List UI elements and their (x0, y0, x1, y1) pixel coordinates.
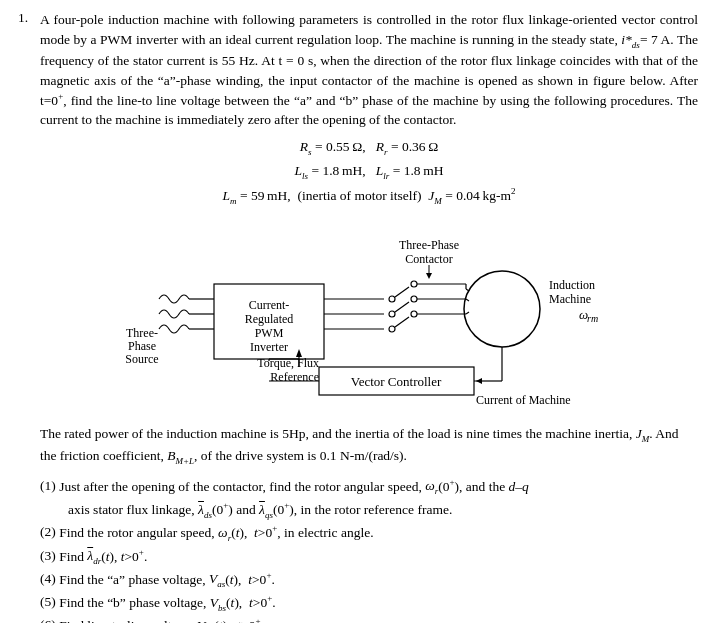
svg-point-26 (389, 326, 395, 332)
problem-text: A four-pole induction machine with follo… (40, 10, 698, 623)
equations-block: Rs = 0.55 Ω, Rr = 0.36 Ω Lls = 1.8 mH, L… (40, 136, 698, 208)
sub-item-4: (4) Find the “a” phase voltage, Vas(t), … (40, 569, 698, 591)
sub-item-3-text: Find λdr(t), t>0+. (59, 546, 698, 568)
sub-item-1-text: Just after the opening of the contactor,… (59, 476, 698, 498)
svg-text:Three-: Three- (126, 326, 158, 340)
svg-text:Current of Machine: Current of Machine (476, 393, 571, 407)
svg-text:Reference: Reference (270, 370, 319, 384)
svg-line-27 (395, 317, 409, 327)
sub-item-3: (3) Find λdr(t), t>0+. (40, 546, 698, 568)
eq2: Lls = 1.8 mH, Llr = 1.8 mH (40, 160, 698, 184)
svg-point-30 (464, 271, 540, 347)
problem-container: 1. A four-pole induction machine with fo… (18, 10, 698, 623)
sub-item-1: (1) Just after the opening of the contac… (40, 476, 698, 498)
sub-item-6-label: (6) (40, 615, 59, 623)
sub-item-1-continued: axis stator flux linkage, λds(0+) and λq… (40, 499, 698, 521)
svg-marker-55 (476, 378, 482, 384)
svg-point-28 (411, 311, 417, 317)
svg-text:rm: rm (587, 313, 598, 324)
problem-number: 1. (18, 10, 36, 26)
svg-line-35 (466, 289, 469, 291)
sub-item-4-text: Find the “a” phase voltage, Vas(t), t>0+… (59, 569, 698, 591)
sub-items-list: (1) Just after the opening of the contac… (40, 476, 698, 623)
svg-text:Source: Source (125, 352, 158, 366)
sub-item-1-label: (1) (40, 476, 59, 496)
sub-item-6-text: Find line-to-line voltage, Vab(t), t>0+. (59, 615, 698, 623)
diagram-svg: Three- Phase Source Current- Regulated (124, 219, 614, 414)
svg-marker-14 (426, 273, 432, 279)
svg-point-18 (411, 281, 417, 287)
sub-item-6: (6) Find line-to-line voltage, Vab(t), t… (40, 615, 698, 623)
svg-point-23 (411, 296, 417, 302)
svg-text:Three-Phase: Three-Phase (399, 238, 459, 252)
sub-item-5: (5) Find the “b” phase voltage, Vbs(t), … (40, 592, 698, 614)
svg-point-21 (389, 311, 395, 317)
sub-item-2: (2) Find the rotor angular speed, ωr(t),… (40, 522, 698, 544)
svg-text:Inverter: Inverter (250, 340, 288, 354)
svg-text:Induction: Induction (549, 278, 595, 292)
svg-text:Vector Controller: Vector Controller (351, 374, 442, 389)
eq1: Rs = 0.55 Ω, Rr = 0.36 Ω (40, 136, 698, 160)
svg-text:Current-: Current- (249, 298, 290, 312)
sub-item-5-text: Find the “b” phase voltage, Vbs(t), t>0+… (59, 592, 698, 614)
sub-item-2-label: (2) (40, 522, 59, 542)
svg-text:Contactor: Contactor (405, 252, 452, 266)
svg-line-22 (395, 302, 409, 312)
sub-item-3-label: (3) (40, 546, 59, 566)
sub-item-4-label: (4) (40, 569, 59, 589)
svg-text:Regulated: Regulated (245, 312, 294, 326)
svg-text:Machine: Machine (549, 292, 591, 306)
svg-text:Torque, Flux: Torque, Flux (257, 356, 319, 370)
svg-text:PWM: PWM (255, 326, 284, 340)
rated-power-text: The rated power of the induction machine… (40, 424, 698, 468)
svg-text:Phase: Phase (128, 339, 156, 353)
circuit-diagram: Three- Phase Source Current- Regulated (124, 219, 614, 414)
svg-point-16 (389, 296, 395, 302)
sub-item-5-label: (5) (40, 592, 59, 612)
svg-line-17 (395, 287, 409, 297)
sub-item-2-text: Find the rotor angular speed, ωr(t), t>0… (59, 522, 698, 544)
eq3: Lm = 59 mH, (inertia of motor itself) JM… (40, 184, 698, 208)
problem-number-row: 1. A four-pole induction machine with fo… (18, 10, 698, 623)
